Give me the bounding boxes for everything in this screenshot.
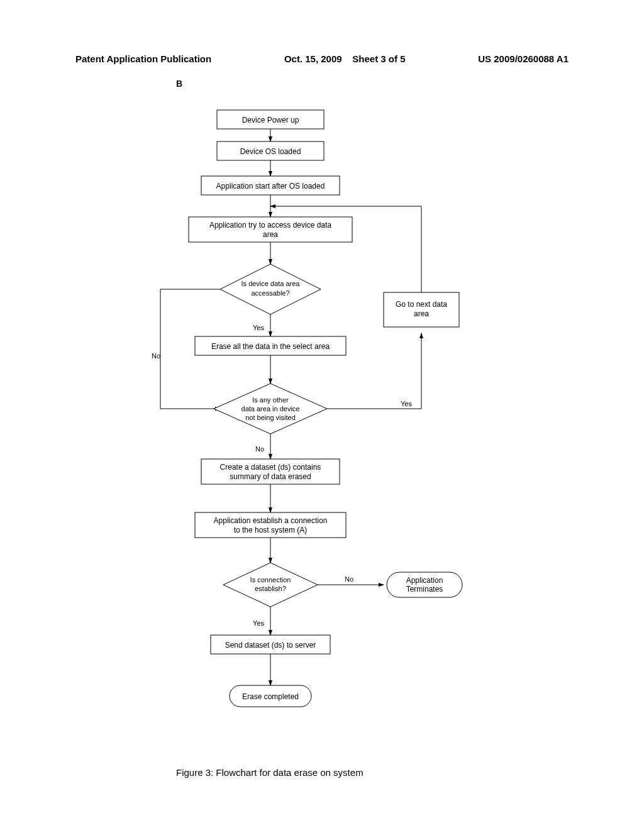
publication-label: Patent Application Publication — [75, 53, 211, 64]
flowchart-diagram: Device Power up Device OS loaded Applica… — [0, 107, 644, 761]
decision-text-line2: accessable? — [251, 289, 289, 297]
node-text: Device Power up — [242, 116, 299, 124]
node-text: Application start after OS loaded — [216, 182, 325, 191]
decision-other-area: Is any other data area in device not bei… — [214, 384, 327, 434]
decision-text-l1: Is any other — [252, 396, 289, 404]
edge-label-no-right: No — [345, 575, 353, 583]
node-text-l2: to the host system (A) — [234, 526, 308, 534]
date: Oct. 15, 2009 — [284, 53, 342, 64]
term-text: Erase completed — [242, 692, 299, 701]
edge-label-no-left: No — [152, 352, 160, 360]
node-erase-all: Erase all the data in the select area — [195, 336, 346, 355]
node-text-l1: Go to next data — [396, 300, 447, 309]
node-text-l2: summary of data erased — [230, 472, 311, 481]
edge-label-no-down: No — [255, 445, 264, 453]
decision-text-l2: establish? — [255, 585, 286, 592]
date-sheet: Oct. 15, 2009 Sheet 3 of 5 — [284, 53, 406, 64]
node-text: Send dataset (ds) to server — [225, 641, 316, 650]
decision-connection: Is connection establish? — [223, 563, 318, 607]
node-send-dataset: Send dataset (ds) to server — [211, 635, 330, 654]
node-text-l1: Application establish a connection — [214, 516, 328, 525]
node-create-dataset: Create a dataset (ds) contains summary o… — [201, 459, 340, 484]
section-label: B — [176, 79, 182, 89]
figure-caption: Figure 3: Flowchart for data erase on sy… — [176, 767, 364, 778]
node-device-os-loaded: Device OS loaded — [217, 141, 324, 160]
decision-text-l3: not being visited — [245, 414, 296, 421]
node-text: Erase all the data in the select area — [211, 342, 330, 351]
edge-label-yes: Yes — [253, 324, 264, 331]
sheet: Sheet 3 of 5 — [352, 53, 405, 64]
edge-label-yes-right: Yes — [401, 400, 412, 407]
node-device-power-up: Device Power up — [217, 110, 324, 129]
term-text-l1: Application — [406, 576, 443, 585]
node-text-line1: Application try to access device data — [209, 221, 331, 230]
terminator-app-terminates: Application Terminates — [387, 572, 462, 597]
page-header: Patent Application Publication Oct. 15, … — [75, 53, 569, 64]
node-go-next: Go to next data area — [384, 292, 459, 327]
terminator-erase-completed: Erase completed — [230, 685, 311, 707]
edge-label-yes-down: Yes — [253, 619, 264, 627]
decision-text-l1: Is connection — [250, 576, 291, 584]
node-app-start: Application start after OS loaded — [201, 176, 340, 195]
node-text-l1: Create a dataset (ds) contains — [220, 463, 321, 472]
node-app-access-data: Application try to access device data ar… — [189, 217, 352, 242]
decision-text-line1: Is device data area — [242, 280, 301, 287]
term-text-l2: Terminates — [406, 585, 443, 594]
node-text: Device OS loaded — [240, 147, 301, 156]
decision-text-l2: data area in device — [242, 405, 300, 412]
node-text-l2: area — [414, 309, 429, 318]
node-text-line2: area — [263, 230, 278, 239]
node-establish-connection: Application establish a connection to th… — [195, 512, 346, 538]
publication-number: US 2009/0260088 A1 — [478, 53, 569, 64]
decision-accessable: Is device data area accessable? — [220, 264, 321, 314]
